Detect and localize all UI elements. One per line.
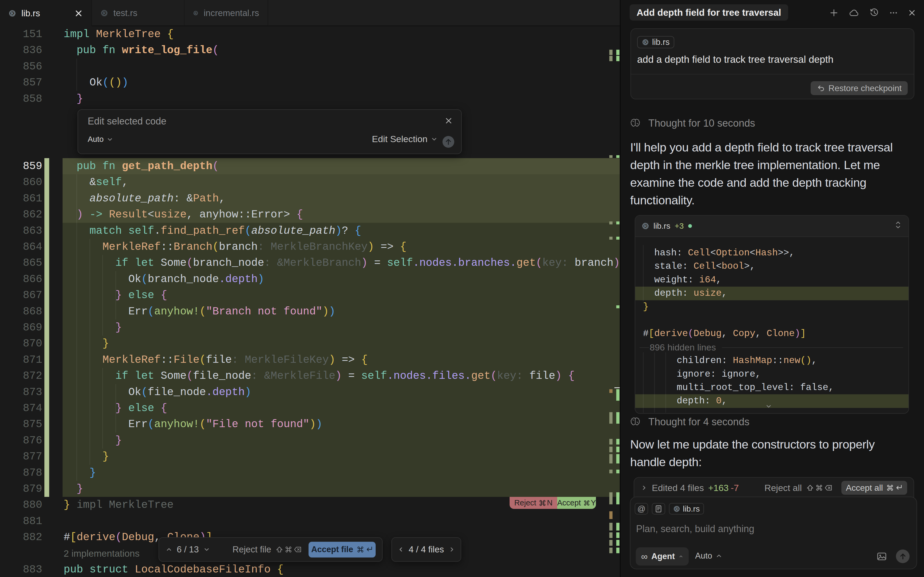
svg-text:R: R: [644, 40, 647, 44]
svg-text:R: R: [644, 224, 647, 228]
svg-text:R: R: [675, 507, 678, 511]
